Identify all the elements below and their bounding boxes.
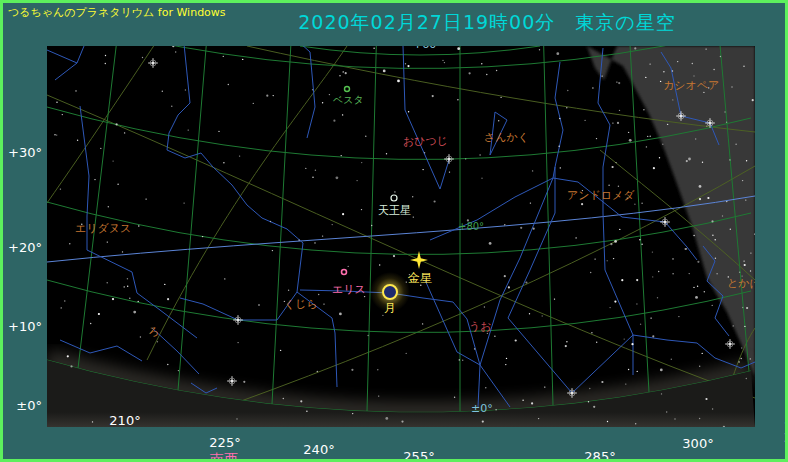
constellation-label: おひつじ	[403, 136, 448, 147]
app-title: つるちゃんのプラネタリウム for Windows	[8, 5, 226, 20]
constellation-label: うお	[469, 321, 492, 332]
altitude-label: ±0°	[2, 399, 42, 412]
azimuth-label: 270°	[491, 457, 522, 462]
altitude-label: +30°	[2, 146, 42, 159]
azimuth-label: 255°	[403, 450, 434, 462]
azimuth-label: 240°	[303, 443, 334, 456]
planetarium-window: { "window": { "app_label": "つるちゃんのプラネタリウ…	[0, 0, 788, 462]
azimuth-label: 225°	[209, 436, 240, 449]
direction-label: 南西	[210, 452, 238, 462]
azimuth-label: 315°	[784, 413, 788, 426]
constellation-label: カシオペア	[663, 80, 719, 91]
object-label-venus: 金星	[408, 272, 432, 284]
direction-label: 北西	[784, 429, 788, 443]
constellation-label: アンドロメダ	[567, 190, 635, 201]
object-label-vesta: ベスタ	[333, 95, 364, 105]
azimuth-label: 285°	[584, 450, 615, 462]
constellation-label: エリダヌス	[75, 223, 131, 234]
altitude-scale: +30°+20°+10°±0°	[0, 46, 44, 427]
grid-inline-label: +80°	[458, 222, 484, 232]
grid-inline-label: +60°	[413, 46, 442, 50]
altitude-label: +10°	[2, 320, 42, 333]
object-label-moon: 月	[384, 302, 396, 314]
star-chart-svg	[47, 46, 755, 427]
page-title: 2020年02月27日19時00分 東京の星空	[252, 10, 722, 36]
constellation-label: とかげ	[727, 278, 755, 289]
grid-inline-label: ±0°	[471, 403, 493, 414]
altitude-label: +20°	[2, 241, 42, 254]
azimuth-label: 300°	[682, 437, 713, 450]
constellation-label: くじら	[284, 299, 318, 310]
sky-chart-area[interactable]: +60°±0°+80°エリダヌスおひつじさんかくカシオペアアンドロメダとかげくじ…	[47, 46, 755, 427]
azimuth-label: 210°	[109, 414, 140, 427]
constellation-label: ろ	[148, 326, 159, 337]
object-label-uranus: 天王星	[378, 205, 411, 216]
constellation-label: さんかく	[484, 132, 529, 143]
object-label-eris: エリス	[332, 284, 366, 295]
